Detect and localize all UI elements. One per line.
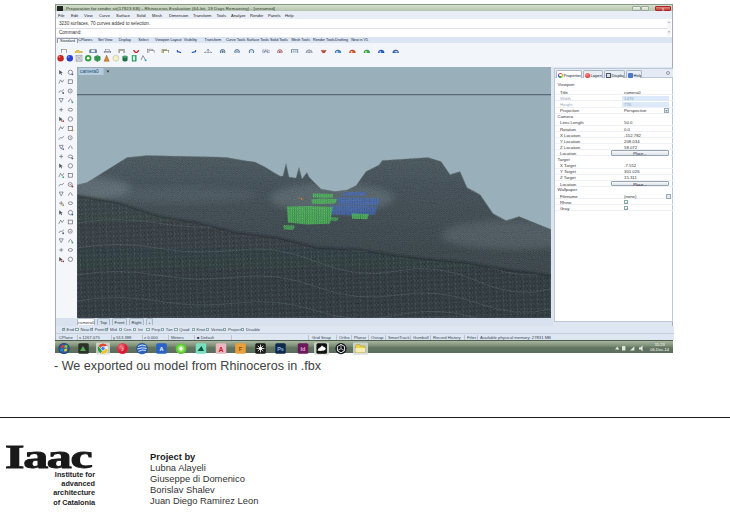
svg-text:camera0: camera0 xyxy=(80,69,99,74)
svg-text:♪: ♪ xyxy=(121,345,124,352)
svg-text:A: A xyxy=(218,346,223,353)
svg-text:Ps: Ps xyxy=(277,346,284,352)
svg-text:A: A xyxy=(160,346,164,352)
svg-text:Id: Id xyxy=(301,346,306,352)
